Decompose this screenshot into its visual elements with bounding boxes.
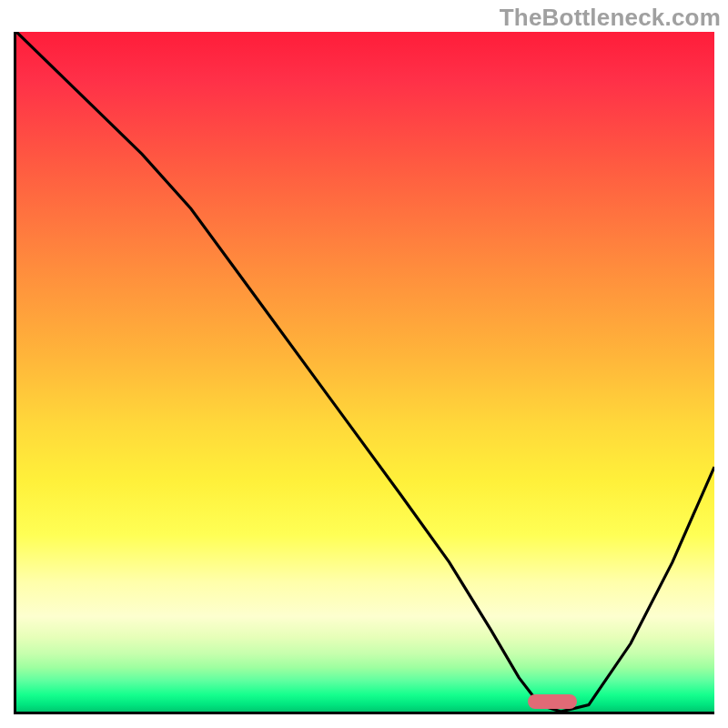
watermark-text: TheBottleneck.com [500, 4, 721, 32]
bottleneck-curve-path [16, 32, 714, 712]
bottleneck-chart: TheBottleneck.com [0, 0, 728, 728]
optimal-range-marker [528, 694, 577, 709]
curve-layer [16, 32, 714, 712]
plot-area [14, 32, 714, 714]
